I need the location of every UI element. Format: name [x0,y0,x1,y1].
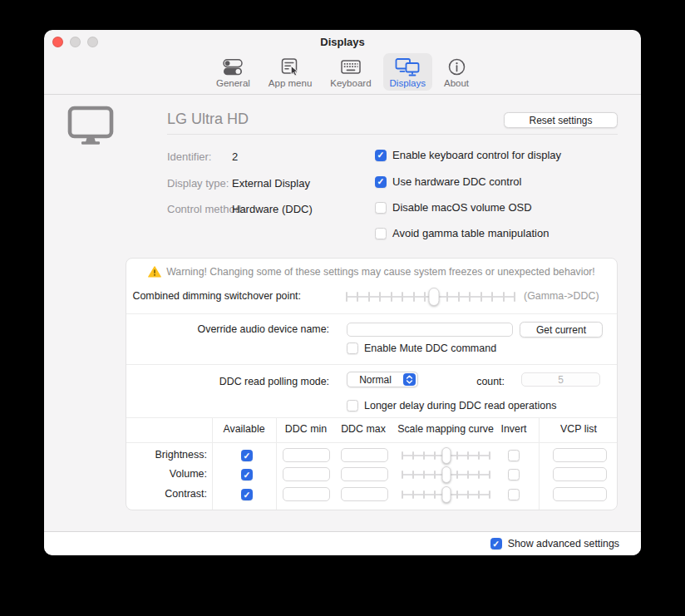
volume-ddc-min-input[interactable] [283,467,330,481]
row-label-brightness: Brightness: [126,449,207,461]
tab-app-menu-label: App menu [269,78,312,88]
checkbox-label: Longer delay during DDC read operations [364,400,556,411]
checkbox-label: Avoid gamma table manipulation [392,227,549,239]
settings-window: Displays General [44,30,641,555]
info-icon [447,57,466,77]
checkbox-box[interactable] [490,538,502,549]
tab-keyboard-label: Keyboard [330,78,371,88]
volume-curve-slider[interactable] [402,468,490,481]
warning-icon [148,266,161,278]
brightness-curve-slider[interactable] [402,449,490,462]
stepper-icon [403,373,416,386]
dimming-switchover-label: Combined dimming switchover point: [126,290,301,302]
brightness-vcp-input[interactable] [553,448,607,462]
checkbox-show-advanced[interactable]: Show advanced settings [490,538,619,549]
section-divider [126,364,617,365]
get-current-button[interactable]: Get current [520,322,603,338]
contrast-ddc-max-input[interactable] [341,487,388,501]
volume-available-checkbox[interactable] [241,469,253,480]
displays-icon [395,57,421,77]
brightness-ddc-max-input[interactable] [341,448,388,462]
table-vertical-divider [276,417,277,510]
polling-mode-label: DDC read polling mode: [126,376,329,387]
checkbox-box[interactable] [347,342,358,354]
tab-about-label: About [444,78,469,88]
checkbox-avoid-gamma[interactable]: Avoid gamma table manipulation [375,227,549,239]
volume-invert-checkbox[interactable] [508,469,520,480]
dimming-switchover-slider[interactable] [347,288,515,305]
audio-name-input[interactable] [347,323,513,337]
tab-general[interactable]: General [209,53,257,91]
checkbox-label: Show advanced settings [508,538,619,549]
footer-bar: Show advanced settings [44,531,641,555]
col-header-invert: Invert [492,423,535,435]
volume-ddc-max-input[interactable] [341,467,388,481]
count-label: count: [442,376,505,387]
identifier-label: Identifier: [167,150,211,163]
row-label-contrast: Contrast: [126,488,207,500]
contrast-invert-checkbox[interactable] [508,489,520,500]
contrast-ddc-min-input[interactable] [283,487,330,501]
brightness-ddc-min-input[interactable] [283,448,330,462]
checkbox-box[interactable] [347,400,358,411]
col-header-ddc-max: DDC max [336,423,391,435]
identifier-value: 2 [232,150,238,163]
col-header-ddc-min: DDC min [276,423,336,435]
checkbox-use-hardware-ddc[interactable]: Use hardware DDC control [375,175,521,188]
checkbox-enable-mute-ddc[interactable]: Enable Mute DDC command [347,342,496,354]
checkbox-disable-volume-osd[interactable]: Disable macOS volume OSD [375,201,532,214]
preferences-toolbar: General App menu [44,53,641,94]
volume-vcp-input[interactable] [553,467,607,481]
checkbox-label: Enable keyboard control for display [392,149,561,161]
warning-text: Warning! Changing some of these settings… [166,266,595,278]
checkbox-label: Disable macOS volume OSD [392,201,532,214]
display-name: LG Ultra HD [167,111,249,128]
col-header-scale-mapping: Scale mapping curve [392,423,499,435]
checkbox-box[interactable] [375,176,387,188]
row-label-volume: Volume: [126,468,207,480]
contrast-vcp-input[interactable] [553,487,607,501]
warning-row: Warning! Changing some of these settings… [126,266,617,278]
table-header-divider [126,442,617,443]
control-method-value: Hardware (DDC) [232,203,313,215]
checkbox-box[interactable] [375,228,387,239]
count-input [521,372,600,387]
checkbox-label: Use hardware DDC control [392,175,521,188]
contrast-curve-slider[interactable] [402,488,490,501]
tab-general-label: General [216,78,250,88]
table-vertical-divider [539,417,540,510]
tab-about[interactable]: About [437,53,476,91]
tab-displays-label: Displays [390,78,426,88]
title-bar: Displays [44,30,641,55]
brightness-available-checkbox[interactable] [241,450,253,461]
section-divider [126,313,617,314]
monitor-icon [67,106,114,145]
reset-settings-button[interactable]: Reset settings [504,112,618,128]
contrast-available-checkbox[interactable] [241,489,253,500]
checkbox-longer-delay[interactable]: Longer delay during DDC read operations [347,400,556,411]
header-divider [167,134,618,135]
checkbox-enable-keyboard-control[interactable]: Enable keyboard control for display [375,149,561,161]
dimming-switchover-suffix: (Gamma->DDC) [524,290,599,302]
checkbox-label: Enable Mute DDC command [364,342,496,354]
col-header-available: Available [212,423,276,435]
tab-keyboard[interactable]: Keyboard [323,53,377,91]
tab-app-menu[interactable]: App menu [262,53,318,91]
display-type-value: External Display [232,177,310,190]
brightness-invert-checkbox[interactable] [508,450,520,461]
polling-mode-value: Normal [347,374,403,386]
checkbox-box[interactable] [375,150,387,161]
advanced-settings-panel: Warning! Changing some of these settings… [126,258,618,510]
keyboard-icon [340,57,362,77]
table-top-divider [126,417,617,418]
window-title: Displays [44,30,641,55]
table-vertical-divider [212,417,213,510]
tab-displays[interactable]: Displays [383,53,432,91]
col-header-vcp-list: VCP list [539,423,618,435]
display-type-label: Display type: [167,177,229,190]
polling-mode-select[interactable]: Normal [347,372,418,387]
toolbar-divider [44,94,641,95]
audio-name-label: Override audio device name: [126,323,329,335]
checkbox-box[interactable] [375,202,387,214]
toggles-icon [222,57,244,77]
